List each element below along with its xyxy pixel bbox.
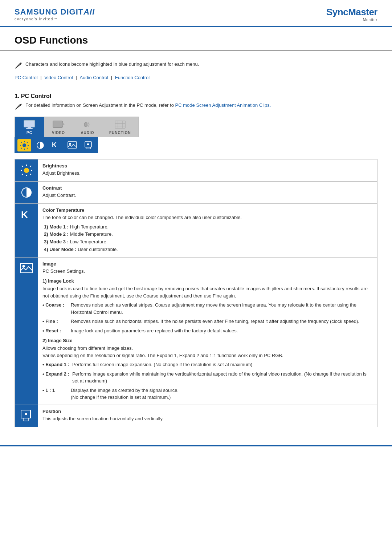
function-tab-label: FUNCTION <box>109 131 131 135</box>
nav-audio-control[interactable]: Audio Control <box>79 75 108 80</box>
contrast-feature-icon <box>20 186 33 199</box>
osd-tab-video[interactable]: VIDEO <box>44 117 73 137</box>
color-temp-content: Color Temperature The tone of color can … <box>38 204 377 258</box>
osd-sub-icons-row: K <box>15 137 98 153</box>
svg-line-46 <box>22 174 23 175</box>
color-temp-icon-wrapper: K <box>19 207 34 222</box>
position-row: Position This adjusts the screen locatio… <box>15 405 377 427</box>
reset-text: Image lock and position parameters are r… <box>71 327 238 335</box>
contrast-icon <box>36 141 45 150</box>
color-temp-mode4: 4) User Mode : User customizable. <box>44 246 373 254</box>
contrast-content: Contrast Adjust Contrast. <box>38 182 377 204</box>
pc-control-section: 1. PC Control For detailed information o… <box>15 93 377 427</box>
nav-function-control[interactable]: Function Control <box>115 75 150 80</box>
pc-mode-note-icon <box>15 103 23 111</box>
brightness-row: Brightness Adjust Brightness. <box>15 159 377 182</box>
color-temp-name: Color Temperature <box>42 207 373 213</box>
samsung-digital: DIGIT <box>61 7 84 16</box>
svg-line-30 <box>21 148 22 149</box>
reset-bullet: • Reset : Image lock and position parame… <box>42 327 373 335</box>
image-lock-title: 1) Image Lock <box>42 278 373 284</box>
image-feature-icon <box>20 262 33 275</box>
contrast-icon-cell <box>15 182 38 204</box>
separator-3: | <box>111 75 114 80</box>
brightness-feature-icon <box>20 164 33 177</box>
separator-1: | <box>40 75 43 80</box>
svg-line-27 <box>21 142 22 143</box>
color-temp-mode2: 2) Mode 2 : Middle Temperature. <box>44 231 373 238</box>
position-content: Position This adjusts the screen locatio… <box>38 405 377 427</box>
samsung-all: All <box>83 7 95 16</box>
coarse-bullet: • Coarse : Removes noise such as vertica… <box>42 301 373 316</box>
image-size-desc: Allows choosing from different image siz… <box>42 345 283 358</box>
image-lock-desc: Image Lock is used to fine tune and get … <box>42 286 368 299</box>
separator-2: | <box>75 75 78 80</box>
color-temp-mode1: 1) Mode 1 : High Temperature. <box>44 223 373 231</box>
osd-tab-audio[interactable]: AUDIO <box>73 117 102 137</box>
color-temp-mode3: 3) Mode 3 : Low Temperature. <box>44 238 373 246</box>
osd-tab-pc[interactable]: PC <box>15 117 44 137</box>
video-tab-icon <box>52 120 65 129</box>
svg-rect-11 <box>24 120 35 127</box>
image-icon-cell <box>15 257 38 405</box>
expand1-label: • Expand 1 : <box>42 361 69 368</box>
expand2-bullet: • Expand 2 : Performs image expansion wh… <box>42 370 373 385</box>
features-table: Brightness Adjust Brightness. <box>15 159 377 427</box>
color-temp-modes: 1) Mode 1 : High Temperature. 2) Mode 2 … <box>44 223 373 254</box>
sub-icon-image <box>65 139 79 151</box>
position-feature-icon <box>20 409 33 422</box>
svg-line-29 <box>27 142 28 143</box>
syncmaster-title: SyncMaster <box>326 7 377 18</box>
svg-point-22 <box>23 143 26 147</box>
svg-rect-53 <box>25 413 27 415</box>
samsung-logo: SAMSUNG DIGITAll everyone's invited™ <box>15 7 95 21</box>
svg-marker-8 <box>20 104 22 105</box>
fine-bullet: • Fine : Removes noise such as horizonta… <box>42 318 373 325</box>
brightness-icon-cell <box>15 159 38 182</box>
pc-mode-note: For detailed information on Screen Adjus… <box>15 102 377 111</box>
page-footer <box>0 445 392 455</box>
image-name: Image <box>42 261 373 267</box>
svg-line-28 <box>27 148 28 149</box>
audio-tab-label: AUDIO <box>81 131 94 135</box>
onetoone-label: • 1 : 1 <box>42 387 68 394</box>
sub-icon-color-temp: K <box>49 139 63 151</box>
position-desc: This adjusts the screen location horizon… <box>42 416 164 421</box>
svg-marker-15 <box>62 122 65 126</box>
svg-marker-3 <box>20 62 22 64</box>
color-temp-desc: The tone of color can be changed. The in… <box>42 215 242 220</box>
expand2-text: Performs image expansion while maintaini… <box>72 370 373 385</box>
nav-video-control[interactable]: Video Control <box>44 75 73 80</box>
expand2-label: • Expand 2 : <box>42 370 69 378</box>
image-desc: PC Screen Settings. <box>42 268 85 274</box>
samsung-name: SAMSUNG <box>15 7 61 16</box>
function-tab-icon <box>114 120 126 129</box>
osd-tab-function[interactable]: FUNCTION <box>102 117 138 137</box>
svg-point-34 <box>69 143 71 145</box>
svg-text:K: K <box>52 141 57 149</box>
svg-rect-52 <box>23 418 28 421</box>
brightness-icon-wrapper <box>19 163 34 178</box>
note-text: Characters and icons become highlighted … <box>25 61 199 67</box>
svg-rect-49 <box>20 263 33 273</box>
contrast-desc: Adjust Contrast. <box>42 193 76 198</box>
position-icon-cell <box>15 405 38 427</box>
svg-line-9 <box>16 108 17 109</box>
image-content: Image PC Screen Settings. 1) Image Lock … <box>38 257 377 405</box>
pc-mode-note-text: For detailed information on Screen Adjus… <box>25 102 271 108</box>
pc-mode-link[interactable]: PC mode Screen Adjustment Animation Clip… <box>175 102 271 108</box>
svg-rect-36 <box>86 147 90 149</box>
svg-marker-16 <box>84 122 86 127</box>
svg-line-44 <box>30 174 32 175</box>
pc-control-heading: 1. PC Control <box>15 93 377 100</box>
color-temp-icon: K <box>51 141 61 150</box>
section-divider <box>15 87 377 87</box>
note-icon <box>15 62 23 70</box>
syncmaster-subtitle: Monitor <box>326 18 377 22</box>
position-icon <box>83 141 93 150</box>
nav-pc-control[interactable]: PC Control <box>15 75 38 80</box>
pc-tab-label: PC <box>26 131 32 135</box>
video-tab-label: VIDEO <box>52 131 65 135</box>
svg-rect-12 <box>28 127 31 128</box>
osd-tabs-container: PC VIDEO AUDIO <box>15 117 139 137</box>
